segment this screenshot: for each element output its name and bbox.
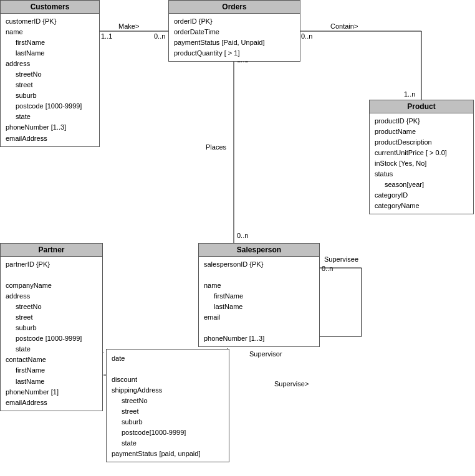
attr: orderID {PK} (174, 16, 295, 27)
entity-customers-body: customerID {PK} name firstName lastName … (1, 14, 99, 146)
attr: postcode[1000-9999] (112, 427, 224, 438)
label-make: Make> (118, 22, 139, 30)
attr: lastName (6, 376, 97, 387)
label-supervisor: Supervisor (249, 350, 282, 358)
entity-customers: Customers customerID {PK} name firstName… (0, 0, 100, 147)
entity-salesperson-header: Salesperson (199, 244, 319, 257)
attr: state (6, 344, 97, 355)
attr: productID {PK} (375, 116, 468, 126)
attr: firstName (6, 365, 97, 376)
label-contain-0-n: 0..n (301, 32, 312, 40)
attr: lastName (6, 48, 94, 59)
attr: firstName (204, 291, 314, 302)
attr: shippingAddress (112, 385, 224, 396)
label-contain: Contain> (330, 22, 358, 30)
label-supervisee-0-n: 0..n (322, 265, 333, 272)
attr: phoneNumber [1..3] (6, 122, 94, 133)
attr: suburb (6, 90, 94, 101)
entity-order-detail-body: date discount shippingAddress streetNo s… (107, 350, 229, 462)
attr: partnerID {PK} (6, 259, 97, 270)
attr: state (112, 438, 224, 449)
entity-orders-header: Orders (169, 1, 300, 14)
attr: categoryID (375, 190, 468, 201)
entity-product: Product productID {PK} productName produ… (369, 100, 474, 214)
attr: productDescription (375, 137, 468, 148)
attr: address (6, 59, 94, 69)
attr: firstName (6, 37, 94, 48)
entity-order-detail: date discount shippingAddress streetNo s… (106, 349, 229, 462)
label-make-0-n: 0..n (154, 32, 165, 40)
attr: currentUnitPrice [ > 0.0] (375, 148, 468, 158)
attr: status (375, 169, 468, 179)
entity-orders: Orders orderID {PK} orderDateTime paymen… (168, 0, 300, 62)
entity-orders-body: orderID {PK} orderDateTime paymentStatus… (169, 14, 300, 61)
attr: date (112, 353, 224, 364)
attr: customerID {PK} (6, 16, 94, 27)
label-contain-1-n: 1..n (404, 90, 415, 98)
attr (204, 323, 314, 333)
attr: streetNo (6, 302, 97, 312)
attr: emailAddress (6, 397, 97, 408)
attr: address (6, 291, 97, 302)
entity-product-header: Product (370, 100, 473, 113)
attr: street (6, 80, 94, 90)
label-places: Places (206, 143, 226, 151)
attr: streetNo (6, 69, 94, 80)
entity-salesperson: Salesperson salespersonID {PK} name firs… (198, 243, 320, 347)
attr: categoryName (375, 201, 468, 211)
attr: phoneNumber [1..3] (204, 333, 314, 344)
attr: contactName (6, 355, 97, 365)
label-supervise: Supervise> (274, 380, 309, 388)
attr: street (6, 312, 97, 323)
attr: suburb (6, 323, 97, 333)
attr (204, 270, 314, 280)
label-places-0-n: 0..n (237, 232, 248, 239)
attr: productQuantity [ > 1] (174, 48, 295, 59)
attr: orderDateTime (174, 27, 295, 37)
attr: companyName (6, 280, 97, 291)
entity-partner-body: partnerID {PK} companyName address stree… (1, 257, 102, 411)
attr: salespersonID {PK} (204, 259, 314, 270)
entity-customers-header: Customers (1, 1, 99, 14)
attr: name (6, 27, 94, 37)
label-make-1-1: 1..1 (101, 32, 112, 40)
entity-salesperson-body: salespersonID {PK} name firstName lastNa… (199, 257, 319, 346)
attr: suburb (112, 417, 224, 427)
attr: phoneNumber [1] (6, 387, 97, 397)
attr: street (112, 406, 224, 417)
attr: postcode [1000-9999] (6, 333, 97, 344)
attr (6, 270, 97, 280)
attr: paymentStatus [paid, unpaid] (112, 449, 224, 459)
diagram-container: Make> 1..1 0..n Contain> 0..n 1..n Place… (0, 0, 475, 476)
entity-partner-header: Partner (1, 244, 102, 257)
entity-product-body: productID {PK} productName productDescri… (370, 113, 473, 214)
attr: email (204, 312, 314, 323)
attr: state (6, 112, 94, 122)
attr: paymentStatus [Paid, Unpaid] (174, 37, 295, 48)
label-supervisee: Supervisee (324, 255, 358, 263)
attr: name (204, 280, 314, 291)
attr: lastName (204, 302, 314, 312)
attr: emailAddress (6, 133, 94, 144)
attr: streetNo (112, 396, 224, 406)
attr: postcode [1000-9999] (6, 101, 94, 112)
entity-partner: Partner partnerID {PK} companyName addre… (0, 243, 103, 411)
attr (112, 364, 224, 374)
attr: inStock [Yes, No] (375, 158, 468, 169)
attr: productName (375, 126, 468, 137)
attr: discount (112, 374, 224, 385)
attr: season[year] (375, 179, 468, 190)
